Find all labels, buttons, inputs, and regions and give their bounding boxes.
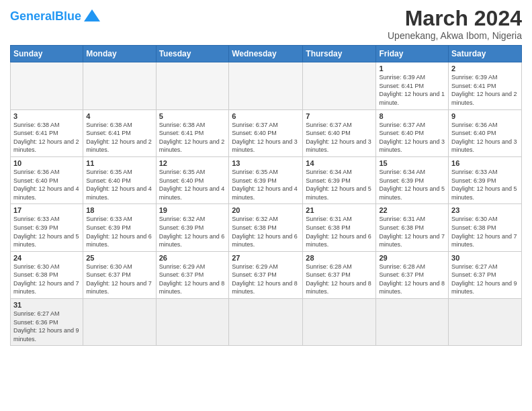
calendar-cell: 12Sunrise: 6:35 AM Sunset: 6:40 PM Dayli… — [156, 156, 229, 203]
day-number: 3 — [13, 112, 80, 120]
calendar-cell: 28Sunrise: 6:28 AM Sunset: 6:37 PM Dayli… — [303, 251, 376, 298]
logo-icon — [83, 7, 101, 26]
day-number: 16 — [451, 159, 519, 167]
calendar-cell: 20Sunrise: 6:32 AM Sunset: 6:38 PM Dayli… — [229, 204, 303, 251]
col-saturday: Saturday — [449, 46, 522, 62]
col-monday: Monday — [83, 46, 156, 62]
col-wednesday: Wednesday — [229, 46, 303, 62]
day-number: 31 — [13, 301, 80, 309]
calendar-cell: 16Sunrise: 6:33 AM Sunset: 6:39 PM Dayli… — [449, 156, 522, 203]
logo: GeneralBlue — [10, 7, 101, 26]
day-info: Sunrise: 6:29 AM Sunset: 6:37 PM Dayligh… — [232, 263, 300, 296]
day-info: Sunrise: 6:28 AM Sunset: 6:37 PM Dayligh… — [379, 263, 445, 296]
day-number: 29 — [379, 254, 445, 262]
calendar-cell: 13Sunrise: 6:35 AM Sunset: 6:39 PM Dayli… — [229, 156, 303, 203]
calendar-cell: 29Sunrise: 6:28 AM Sunset: 6:37 PM Dayli… — [376, 251, 449, 298]
week-row-5: 31Sunrise: 6:27 AM Sunset: 6:36 PM Dayli… — [11, 299, 522, 346]
month-title: March 2024 — [388, 7, 522, 30]
calendar-cell — [229, 299, 303, 346]
calendar-cell: 18Sunrise: 6:33 AM Sunset: 6:39 PM Dayli… — [83, 204, 156, 251]
day-number: 10 — [13, 159, 80, 167]
calendar-cell — [376, 299, 449, 346]
svg-marker-0 — [84, 9, 100, 21]
day-info: Sunrise: 6:38 AM Sunset: 6:41 PM Dayligh… — [13, 121, 80, 154]
day-info: Sunrise: 6:34 AM Sunset: 6:39 PM Dayligh… — [306, 168, 373, 201]
day-info: Sunrise: 6:32 AM Sunset: 6:39 PM Dayligh… — [159, 215, 226, 248]
day-info: Sunrise: 6:30 AM Sunset: 6:37 PM Dayligh… — [86, 263, 152, 296]
calendar-cell: 4Sunrise: 6:38 AM Sunset: 6:41 PM Daylig… — [83, 109, 156, 156]
day-number: 25 — [86, 254, 152, 262]
day-info: Sunrise: 6:37 AM Sunset: 6:40 PM Dayligh… — [379, 121, 445, 154]
day-number: 5 — [159, 112, 226, 120]
col-tuesday: Tuesday — [156, 46, 229, 62]
calendar-table: Sunday Monday Tuesday Wednesday Thursday… — [10, 45, 522, 346]
day-number: 4 — [86, 112, 152, 120]
day-info: Sunrise: 6:28 AM Sunset: 6:37 PM Dayligh… — [306, 263, 373, 296]
day-info: Sunrise: 6:32 AM Sunset: 6:38 PM Dayligh… — [232, 215, 300, 248]
calendar-cell: 9Sunrise: 6:36 AM Sunset: 6:40 PM Daylig… — [449, 109, 522, 156]
day-info: Sunrise: 6:36 AM Sunset: 6:40 PM Dayligh… — [451, 121, 519, 154]
logo-blue: Blue — [55, 9, 81, 23]
day-info: Sunrise: 6:36 AM Sunset: 6:40 PM Dayligh… — [13, 168, 80, 201]
calendar-cell: 7Sunrise: 6:37 AM Sunset: 6:40 PM Daylig… — [303, 109, 376, 156]
week-row-3: 17Sunrise: 6:33 AM Sunset: 6:39 PM Dayli… — [11, 204, 522, 251]
day-number: 7 — [306, 112, 373, 120]
day-number: 18 — [86, 206, 152, 214]
calendar-cell: 6Sunrise: 6:37 AM Sunset: 6:40 PM Daylig… — [229, 109, 303, 156]
calendar-cell — [11, 62, 83, 109]
calendar-cell — [156, 62, 229, 109]
day-number: 27 — [232, 254, 300, 262]
calendar-cell: 5Sunrise: 6:38 AM Sunset: 6:41 PM Daylig… — [156, 109, 229, 156]
calendar-cell: 14Sunrise: 6:34 AM Sunset: 6:39 PM Dayli… — [303, 156, 376, 203]
calendar-cell: 1Sunrise: 6:39 AM Sunset: 6:41 PM Daylig… — [376, 62, 449, 109]
day-info: Sunrise: 6:38 AM Sunset: 6:41 PM Dayligh… — [86, 121, 152, 154]
day-info: Sunrise: 6:35 AM Sunset: 6:40 PM Dayligh… — [159, 168, 226, 201]
day-number: 13 — [232, 159, 300, 167]
calendar-cell: 27Sunrise: 6:29 AM Sunset: 6:37 PM Dayli… — [229, 251, 303, 298]
week-row-4: 24Sunrise: 6:30 AM Sunset: 6:38 PM Dayli… — [11, 251, 522, 298]
day-number: 15 — [379, 159, 445, 167]
day-info: Sunrise: 6:37 AM Sunset: 6:40 PM Dayligh… — [232, 121, 300, 154]
day-number: 12 — [159, 159, 226, 167]
calendar-cell: 15Sunrise: 6:34 AM Sunset: 6:39 PM Dayli… — [376, 156, 449, 203]
col-sunday: Sunday — [11, 46, 83, 62]
day-info: Sunrise: 6:35 AM Sunset: 6:40 PM Dayligh… — [86, 168, 152, 201]
day-info: Sunrise: 6:31 AM Sunset: 6:38 PM Dayligh… — [306, 215, 373, 248]
header: GeneralBlue March 2024 Upenekang, Akwa I… — [10, 7, 522, 41]
col-friday: Friday — [376, 46, 449, 62]
day-info: Sunrise: 6:35 AM Sunset: 6:39 PM Dayligh… — [232, 168, 300, 201]
calendar-cell — [156, 299, 229, 346]
calendar-cell: 31Sunrise: 6:27 AM Sunset: 6:36 PM Dayli… — [11, 299, 83, 346]
day-info: Sunrise: 6:30 AM Sunset: 6:38 PM Dayligh… — [13, 263, 80, 296]
day-number: 2 — [451, 64, 519, 73]
day-number: 6 — [232, 112, 300, 120]
day-number: 26 — [159, 254, 226, 262]
calendar-cell: 24Sunrise: 6:30 AM Sunset: 6:38 PM Dayli… — [11, 251, 83, 298]
calendar-cell — [303, 62, 376, 109]
weekday-header-row: Sunday Monday Tuesday Wednesday Thursday… — [11, 46, 522, 62]
calendar-cell: 8Sunrise: 6:37 AM Sunset: 6:40 PM Daylig… — [376, 109, 449, 156]
subtitle: Upenekang, Akwa Ibom, Nigeria — [388, 30, 522, 41]
day-info: Sunrise: 6:37 AM Sunset: 6:40 PM Dayligh… — [306, 121, 373, 154]
week-row-2: 10Sunrise: 6:36 AM Sunset: 6:40 PM Dayli… — [11, 156, 522, 203]
calendar-cell: 11Sunrise: 6:35 AM Sunset: 6:40 PM Dayli… — [83, 156, 156, 203]
calendar-cell: 25Sunrise: 6:30 AM Sunset: 6:37 PM Dayli… — [83, 251, 156, 298]
day-info: Sunrise: 6:27 AM Sunset: 6:37 PM Dayligh… — [451, 263, 519, 296]
day-info: Sunrise: 6:31 AM Sunset: 6:38 PM Dayligh… — [379, 215, 445, 248]
day-info: Sunrise: 6:34 AM Sunset: 6:39 PM Dayligh… — [379, 168, 445, 201]
day-number: 14 — [306, 159, 373, 167]
day-info: Sunrise: 6:33 AM Sunset: 6:39 PM Dayligh… — [13, 215, 80, 248]
calendar-cell — [229, 62, 303, 109]
calendar-cell — [83, 62, 156, 109]
calendar-cell: 3Sunrise: 6:38 AM Sunset: 6:41 PM Daylig… — [11, 109, 83, 156]
day-info: Sunrise: 6:30 AM Sunset: 6:38 PM Dayligh… — [451, 215, 519, 248]
calendar-cell: 19Sunrise: 6:32 AM Sunset: 6:39 PM Dayli… — [156, 204, 229, 251]
title-block: March 2024 Upenekang, Akwa Ibom, Nigeria — [388, 7, 522, 41]
day-number: 1 — [379, 64, 445, 73]
day-number: 8 — [379, 112, 445, 120]
day-info: Sunrise: 6:38 AM Sunset: 6:41 PM Dayligh… — [159, 121, 226, 154]
day-number: 28 — [306, 254, 373, 262]
day-number: 19 — [159, 206, 226, 214]
calendar-cell: 21Sunrise: 6:31 AM Sunset: 6:38 PM Dayli… — [303, 204, 376, 251]
calendar-cell: 30Sunrise: 6:27 AM Sunset: 6:37 PM Dayli… — [449, 251, 522, 298]
